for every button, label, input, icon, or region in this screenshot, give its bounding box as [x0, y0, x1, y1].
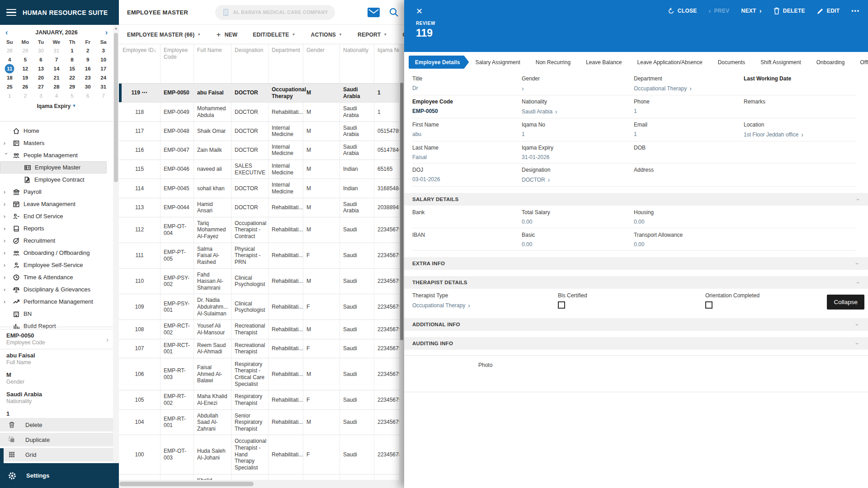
tab-shift-assignment[interactable]: Shift Assignment [750, 56, 810, 69]
chevron-down-icon[interactable]: › [854, 324, 860, 325]
sidebar-item-payroll[interactable]: ›Payroll [0, 186, 113, 198]
sidebar-item-employee-contract[interactable]: Employee Contract [0, 174, 113, 186]
chevron-right-icon[interactable]: › [801, 131, 803, 138]
field-value[interactable]: Saudi Arabia› [522, 108, 634, 115]
table-row[interactable]: 99EMP-OT-002Khalid Ibrahim Al-DossaryOcc… [119, 474, 417, 480]
column-header-employee-code[interactable]: Employee Code [160, 44, 194, 83]
table-row[interactable]: 111EMP-PT-005Salma Faisal Al-RashedPhysi… [119, 243, 417, 269]
sidebar-item-people-management[interactable]: ›People Management [0, 149, 113, 161]
sidebar-item-time-attendance[interactable]: ›Time & Attendance [0, 271, 113, 283]
chevron-up-icon[interactable]: › [854, 198, 860, 200]
calendar-day[interactable]: 8 [64, 55, 80, 64]
field-value[interactable]: › [522, 85, 634, 92]
collection-selector[interactable]: EMPLOYEE MASTER (66)▼ [127, 32, 201, 38]
menu-actions[interactable]: ACTIONS▼ [311, 32, 343, 38]
section-therapist-details[interactable]: THERAPIST DETAILS› [404, 276, 868, 289]
table-row[interactable]: 110EMP-PSY-002Fahd Hassan Al-ShamraniCli… [119, 269, 417, 295]
calendar-day[interactable]: 23 [80, 73, 96, 82]
grid-button[interactable]: Grid [0, 448, 113, 461]
settings-button[interactable]: Settings [0, 463, 119, 488]
calendar-day[interactable]: 5 [18, 55, 33, 64]
tab-onboarding[interactable]: Onboarding [806, 56, 854, 69]
field-value[interactable]: 1st Floor Jeddah office› [744, 131, 856, 138]
calendar-day[interactable]: 16 [80, 64, 96, 73]
calendar-day[interactable]: 7 [49, 55, 65, 64]
more-actions-icon[interactable]: ••• [851, 8, 860, 14]
scrollbar-thumb[interactable] [114, 33, 118, 182]
calendar-day[interactable]: 27 [33, 82, 49, 91]
calendar-day[interactable]: 24 [95, 73, 111, 82]
table-row[interactable]: 117EMP-0048Shaik OmarDOCTORInternal Medi… [119, 122, 417, 141]
tab-documents[interactable]: Documents [707, 56, 755, 69]
calendar-day[interactable]: 10 [95, 55, 111, 64]
column-header-full-name[interactable]: Full Name [194, 44, 231, 83]
tab-leave-application-absence[interactable]: Leave Application/Absence [627, 56, 712, 69]
calendar-day[interactable]: 31 [95, 82, 111, 91]
expand-chevron-icon[interactable]: › [4, 286, 9, 293]
sidebar-item-masters[interactable]: ›Masters [0, 137, 113, 149]
field-value[interactable]: Occupational Therapy› [412, 302, 558, 309]
table-row[interactable]: 100EMP-OT-003Huda Saleh Al-JohaniOccupat… [119, 435, 417, 474]
chevron-right-icon[interactable]: › [548, 176, 550, 183]
edit-button[interactable]: EDIT [817, 8, 840, 14]
calendar-day[interactable]: 28 [2, 46, 18, 55]
table-row[interactable]: 114EMP-0045sohail khanDOCTORInternal Med… [119, 179, 417, 198]
column-header-department[interactable]: Department [269, 44, 303, 83]
column-header-nationality[interactable]: Nationality [340, 44, 374, 83]
calendar-day[interactable]: 29 [64, 82, 80, 91]
expand-chevron-icon[interactable]: › [4, 262, 9, 268]
calendar-day[interactable]: 31 [49, 46, 65, 55]
calendar-day[interactable]: 4 [2, 55, 18, 64]
prev-button[interactable]: ‹ PREV [709, 7, 730, 14]
chevron-right-icon[interactable]: › [555, 108, 557, 115]
tab-non-recurring[interactable]: Non Recurring [525, 56, 580, 69]
calendar-day[interactable]: 13 [33, 64, 49, 73]
expand-chevron-icon[interactable]: › [4, 213, 9, 220]
calendar-day[interactable]: 1 [64, 46, 80, 55]
table-row[interactable]: 119•••EMP-0050abu FaisalDOCTOROccupation… [119, 84, 417, 103]
tab-leave-balance[interactable]: Leave Balance [575, 56, 631, 69]
calendar-day[interactable]: 2 [18, 91, 33, 100]
tab-salary-assignment[interactable]: Salary Assignment [464, 56, 529, 69]
table-row[interactable]: 105EMP-RT-002Maha Khalid Al-EneziRespira… [119, 390, 417, 409]
column-header-gender[interactable]: Gender [303, 44, 340, 83]
chevron-right-icon[interactable]: › [106, 336, 108, 343]
calendar-day[interactable]: 14 [49, 64, 65, 73]
column-header-employee-id[interactable]: Employee ID ↓ [119, 44, 160, 83]
menu-edit-delete[interactable]: EDIT/DELETE▼ [253, 32, 295, 38]
sidebar-item-home[interactable]: Home [0, 125, 113, 137]
calendar-day[interactable]: 17 [95, 64, 111, 73]
expand-chevron-icon[interactable]: › [4, 299, 9, 305]
sidebar-item-reports[interactable]: ›Reports [0, 222, 113, 235]
delete-button[interactable]: Delete [0, 418, 113, 432]
iqama-expiry-filter[interactable]: Iqama Expiry ▼ [2, 103, 111, 109]
sidebar-item-recruitment[interactable]: ›Recruitment [0, 235, 113, 247]
section-extra-info[interactable]: EXTRA INFO› [404, 257, 868, 270]
delete-button[interactable]: DELETE [774, 7, 805, 14]
menu-report[interactable]: REPORT▼ [358, 32, 387, 38]
calendar-day[interactable]: 25 [2, 82, 18, 91]
next-button[interactable]: NEXT › [741, 7, 762, 14]
section-additional-info[interactable]: ADDITIONAL INFO› [404, 318, 868, 331]
calendar-next-icon[interactable]: › [105, 29, 108, 36]
scroll-up-icon[interactable]: ▲ [113, 25, 119, 30]
calendar-day[interactable]: 9 [80, 55, 96, 64]
chevron-down-icon[interactable]: › [854, 263, 860, 264]
checkbox-orientation-completed[interactable] [705, 301, 712, 309]
sidebar-item-onboarding-offboarding[interactable]: ›Onboarding / Offboarding [0, 247, 113, 259]
expand-chevron-icon[interactable]: › [4, 201, 9, 207]
table-row[interactable]: 116EMP-0047Zain MailkDOCTORInternal Medi… [119, 141, 417, 160]
calendar-day[interactable]: 18 [2, 73, 18, 82]
scrollbar-thumb[interactable] [119, 482, 254, 486]
calendar-day[interactable]: 4 [49, 91, 65, 100]
calendar-day[interactable]: 30 [80, 82, 96, 91]
section-salary-details[interactable]: SALARY DETAILS› [404, 193, 868, 206]
close-button[interactable]: CLOSE [668, 8, 697, 14]
mail-icon[interactable] [368, 8, 380, 17]
company-selector[interactable]: AL BARAYA MEDICAL CARE COMPANY [215, 5, 335, 20]
calendar-day[interactable]: 7 [95, 91, 111, 100]
table-row[interactable]: 107EMP-RCT-001Reem Saud Al-AhmadiRecreat… [119, 339, 417, 358]
expand-chevron-icon[interactable]: › [4, 140, 9, 146]
expand-chevron-icon[interactable]: › [3, 153, 9, 158]
scrollbar-thumb[interactable] [400, 83, 403, 340]
